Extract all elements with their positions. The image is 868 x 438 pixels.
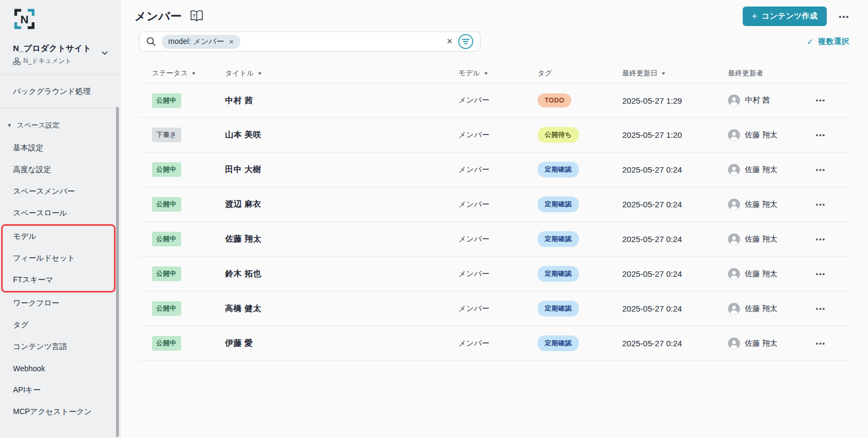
search-icon <box>146 36 156 47</box>
table-row[interactable]: 下書き山本 美咲メンバー公開待ち2025-05-27 1:20 佐藤 翔太••• <box>139 118 850 153</box>
multi-select-label: 複数選択 <box>818 37 850 47</box>
sidebar-item[interactable]: 高度な設定 <box>0 159 120 181</box>
column-header-最終更新日[interactable]: 最終更新日▼ <box>614 68 719 78</box>
sidebar-item[interactable]: Webhook <box>0 358 120 379</box>
filter-chip-label: model: メンバー <box>168 37 224 47</box>
updated-date-cell: 2025-05-27 0:24 <box>614 234 719 244</box>
model-cell: メンバー <box>445 200 527 210</box>
help-book-icon[interactable]: ? <box>189 10 204 24</box>
filter-chip-model[interactable]: model: メンバー × <box>162 35 240 49</box>
column-header-タグ: タグ <box>527 68 614 78</box>
updater-cell: 佐藤 翔太 <box>719 199 806 211</box>
workspace-switcher[interactable]: N_プロダクトサイト N_ドキュメント <box>0 34 120 66</box>
search-input[interactable]: model: メンバー × × <box>139 31 481 52</box>
updater-cell: 佐藤 翔太 <box>719 129 806 141</box>
column-header-ステータス[interactable]: ステータス▼ <box>139 68 212 78</box>
sidebar-list: ワークフロータグコンテンツ言語WebhookAPIキーMCPアクセストークン <box>0 293 120 423</box>
tag-badge: 公開待ち <box>538 127 579 143</box>
avatar <box>728 94 740 106</box>
updater-name: 佐藤 翔太 <box>745 304 777 314</box>
column-label: 最終更新日 <box>622 68 658 78</box>
row-more-menu-icon[interactable]: ••• <box>806 201 835 208</box>
create-content-label: コンテンツ作成 <box>762 11 818 21</box>
more-menu-icon[interactable]: ••• <box>839 12 850 21</box>
sidebar-list: 基本設定高度な設定スペースメンバースペースロール <box>0 137 120 224</box>
sidebar-scrollbar[interactable] <box>116 107 119 437</box>
table-row[interactable]: 公開中伊藤 愛メンバー定期確認2025-05-27 0:24 佐藤 翔太••• <box>139 326 850 361</box>
status-cell: 公開中 <box>139 93 212 108</box>
sidebar-item[interactable]: 基本設定 <box>0 137 120 159</box>
status-badge: 公開中 <box>152 197 181 212</box>
sidebar-section-space-settings[interactable]: ▼ スペース設定 <box>0 113 120 137</box>
row-more-menu-icon[interactable]: ••• <box>806 270 835 278</box>
tag-badge: 定期確認 <box>538 196 579 212</box>
row-more-menu-icon[interactable]: ••• <box>806 340 835 347</box>
tag-cell: TODO <box>527 93 614 107</box>
status-cell: 公開中 <box>139 197 212 212</box>
app-logo[interactable]: N <box>0 0 120 34</box>
sidebar-item-highlighted[interactable]: モデル <box>3 226 114 247</box>
table-row[interactable]: 公開中渡辺 麻衣メンバー定期確認2025-05-27 0:24 佐藤 翔太••• <box>139 187 850 222</box>
sidebar-item[interactable]: コンテンツ言語 <box>0 336 120 358</box>
column-label: タイトル <box>225 68 254 78</box>
avatar <box>728 338 740 350</box>
status-badge: 公開中 <box>152 266 181 281</box>
search-clear-icon[interactable]: × <box>444 36 455 47</box>
tag-cell: 定期確認 <box>527 266 614 282</box>
row-more-menu-icon[interactable]: ••• <box>806 131 835 139</box>
row-more-menu-icon[interactable]: ••• <box>806 305 835 313</box>
updated-date-cell: 2025-05-27 0:24 <box>614 339 719 348</box>
sidebar-item[interactable]: タグ <box>0 314 120 336</box>
tag-badge: 定期確認 <box>538 266 579 282</box>
plus-icon: + <box>752 11 757 22</box>
status-cell: 公開中 <box>139 162 212 177</box>
updater-name: 佐藤 翔太 <box>745 234 777 244</box>
row-more-menu-icon[interactable]: ••• <box>806 166 835 174</box>
newt-logo-icon: N <box>12 7 37 31</box>
updater-name: 佐藤 翔太 <box>745 269 777 279</box>
space-indicator: N_ドキュメント <box>13 56 120 66</box>
column-label: 最終更新者 <box>728 68 763 78</box>
sidebar-item[interactable]: スペースメンバー <box>0 181 120 202</box>
sidebar-item-highlighted[interactable]: FTスキーマ <box>3 269 114 291</box>
sidebar-item-highlighted[interactable]: フィールドセット <box>3 247 114 269</box>
search-row: model: メンバー × × ✓ 複数選択 <box>139 31 850 52</box>
tag-badge: 定期確認 <box>538 162 579 177</box>
sidebar-item[interactable]: ワークフロー <box>0 293 120 314</box>
sidebar-item-background-jobs[interactable]: バックグラウンド処理 <box>0 79 120 104</box>
table-row[interactable]: 公開中佐藤 翔太メンバー定期確認2025-05-27 0:24 佐藤 翔太••• <box>139 222 850 257</box>
status-badge: 公開中 <box>152 232 181 246</box>
model-cell: メンバー <box>445 304 527 314</box>
tag-badge: TODO <box>538 93 571 107</box>
column-header-モデル[interactable]: モデル▼ <box>445 68 527 78</box>
tag-cell: 定期確認 <box>527 301 614 316</box>
model-cell: メンバー <box>445 165 527 175</box>
title-cell: 田中 大樹 <box>212 164 445 175</box>
table-row[interactable]: 公開中高橋 健太メンバー定期確認2025-05-27 0:24 佐藤 翔太••• <box>139 291 850 326</box>
chip-remove-icon[interactable]: × <box>229 37 234 46</box>
table-row[interactable]: 公開中鈴木 拓也メンバー定期確認2025-05-27 0:24 佐藤 翔太••• <box>139 257 850 291</box>
hierarchy-icon <box>13 58 21 65</box>
row-more-menu-icon[interactable]: ••• <box>806 97 835 104</box>
check-icon: ✓ <box>807 37 814 47</box>
column-header-タイトル[interactable]: タイトル▼ <box>212 68 445 78</box>
avatar <box>728 199 740 211</box>
status-cell: 公開中 <box>139 301 212 316</box>
updater-cell: 佐藤 翔太 <box>719 338 806 350</box>
updater-name: 中村 茜 <box>745 96 770 105</box>
status-badge: 公開中 <box>152 336 181 351</box>
sidebar-item[interactable]: スペースロール <box>0 202 120 224</box>
table-row[interactable]: 公開中田中 大樹メンバー定期確認2025-05-27 0:24 佐藤 翔太••• <box>139 153 850 187</box>
multi-select-toggle[interactable]: ✓ 複数選択 <box>807 37 850 47</box>
annotation-highlight-box: モデルフィールドセットFTスキーマ <box>1 224 116 293</box>
create-content-button[interactable]: + コンテンツ作成 <box>743 7 827 26</box>
filter-settings-icon[interactable] <box>458 34 474 49</box>
table-row[interactable]: 公開中中村 茜メンバーTODO2025-05-27 1:29 中村 茜••• <box>139 83 850 118</box>
tag-cell: 定期確認 <box>527 162 614 177</box>
page-title: メンバー <box>135 9 182 24</box>
sidebar-item[interactable]: MCPアクセストークン <box>0 401 120 423</box>
row-more-menu-icon[interactable]: ••• <box>806 236 835 243</box>
tag-badge: 定期確認 <box>538 335 579 351</box>
title-cell: 佐藤 翔太 <box>212 234 445 244</box>
sidebar-item[interactable]: APIキー <box>0 379 120 401</box>
